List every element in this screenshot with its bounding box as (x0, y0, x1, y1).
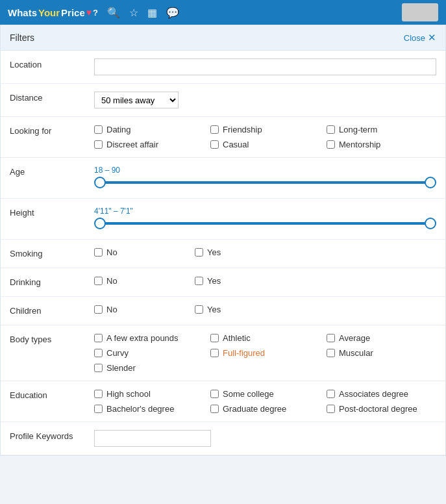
looking-for-longterm[interactable]: Long-term (327, 125, 436, 134)
looking-for-grid: Dating Friendship Long-term Discreet aff… (94, 125, 436, 149)
distance-row: Distance 10 miles away 25 miles away 50 … (1, 84, 445, 117)
bachelors-label: Bachelor's degree (106, 404, 174, 414)
edu-postdoctoral[interactable]: Post-doctoral degree (327, 404, 436, 414)
body-muscular[interactable]: Muscular (327, 348, 436, 358)
discreet-checkbox[interactable] (94, 140, 103, 149)
dating-label: Dating (106, 125, 131, 134)
age-slider-max[interactable] (425, 177, 436, 188)
location-label: Location (10, 58, 94, 69)
postdoctoral-label: Post-doctoral degree (339, 404, 417, 414)
bachelors-checkbox[interactable] (94, 405, 103, 413)
age-row: Age 18 – 90 (1, 158, 445, 199)
looking-for-dating[interactable]: Dating (94, 125, 204, 134)
search-icon[interactable]: 🔍 (107, 6, 120, 19)
edu-high-school[interactable]: High school (94, 389, 204, 399)
edu-associates[interactable]: Associates degree (327, 389, 436, 399)
looking-for-discreet[interactable]: Discreet affair (94, 140, 204, 149)
edu-some-college[interactable]: Some college (210, 389, 320, 399)
looking-for-label: Looking for (10, 125, 94, 136)
body-average[interactable]: Average (327, 333, 436, 343)
height-row: Height 4'11" – 7'1" (1, 199, 445, 240)
drinking-row: Drinking No Yes (1, 268, 445, 297)
mentorship-checkbox[interactable] (327, 140, 335, 149)
extra-pounds-label: A few extra pounds (106, 333, 179, 343)
some-college-label: Some college (223, 389, 274, 399)
edu-graduate[interactable]: Graduate degree (210, 404, 320, 414)
smoking-yes-checkbox[interactable] (195, 248, 203, 257)
children-yes[interactable]: Yes (195, 305, 289, 314)
full-figured-checkbox[interactable] (210, 349, 219, 357)
star-icon[interactable]: ☆ (129, 6, 138, 19)
user-avatar[interactable] (402, 3, 438, 21)
location-input[interactable] (94, 58, 436, 75)
high-school-checkbox[interactable] (94, 390, 103, 398)
dating-checkbox[interactable] (94, 125, 103, 134)
friendship-checkbox[interactable] (210, 125, 219, 134)
drinking-no-checkbox[interactable] (94, 277, 103, 285)
chat-icon[interactable]: 💬 (166, 6, 179, 19)
body-curvy[interactable]: Curvy (94, 348, 204, 358)
question-icon[interactable]: ? (93, 8, 98, 18)
calendar-icon[interactable]: ▦ (147, 6, 157, 19)
height-range-label: 4'11" – 7'1" (94, 207, 436, 216)
close-icon: ✕ (428, 32, 436, 44)
children-no-label: No (106, 305, 118, 314)
body-full-figured[interactable]: Full-figured (210, 348, 320, 358)
location-row: Location (1, 51, 445, 84)
profile-keywords-input[interactable] (94, 430, 211, 447)
height-slider-track[interactable] (98, 222, 432, 225)
body-athletic[interactable]: Athletic (210, 333, 320, 343)
filters-close-button[interactable]: Close ✕ (404, 32, 436, 44)
athletic-checkbox[interactable] (210, 334, 219, 342)
body-slender[interactable]: Slender (94, 363, 204, 373)
athletic-label: Athletic (223, 333, 251, 343)
some-college-checkbox[interactable] (210, 390, 219, 398)
muscular-checkbox[interactable] (327, 349, 335, 357)
children-label: Children (10, 305, 94, 316)
friendship-label: Friendship (223, 125, 262, 134)
average-label: Average (339, 333, 370, 343)
looking-for-friendship[interactable]: Friendship (210, 125, 320, 134)
looking-for-row: Looking for Dating Friendship Long-term … (1, 117, 445, 158)
discreet-label: Discreet affair (106, 140, 158, 149)
education-row: Education High school Some college Assoc… (1, 381, 445, 422)
distance-select[interactable]: 10 miles away 25 miles away 50 miles awa… (94, 92, 179, 108)
drinking-yes-checkbox[interactable] (195, 277, 203, 285)
children-content: No Yes (94, 305, 436, 314)
slender-checkbox[interactable] (94, 364, 103, 372)
site-logo[interactable]: WhatsYourPrice ♥ ? (8, 7, 98, 18)
drinking-yes[interactable]: Yes (195, 276, 289, 286)
smoking-yes[interactable]: Yes (195, 247, 289, 257)
children-yes-checkbox[interactable] (195, 305, 203, 314)
graduate-checkbox[interactable] (210, 405, 219, 413)
drinking-no[interactable]: No (94, 276, 188, 286)
logo-your: Your (38, 7, 60, 18)
looking-for-mentorship[interactable]: Mentorship (327, 140, 436, 149)
age-slider-min[interactable] (94, 177, 106, 188)
postdoctoral-checkbox[interactable] (327, 405, 335, 413)
associates-label: Associates degree (339, 389, 408, 399)
edu-bachelors[interactable]: Bachelor's degree (94, 404, 204, 414)
smoking-no-checkbox[interactable] (94, 248, 103, 257)
average-checkbox[interactable] (327, 334, 335, 342)
curvy-label: Curvy (106, 348, 129, 358)
smoking-label: Smoking (10, 247, 94, 258)
smoking-no[interactable]: No (94, 247, 188, 257)
age-slider-track[interactable] (98, 181, 432, 184)
height-slider-max[interactable] (425, 218, 436, 229)
associates-checkbox[interactable] (327, 390, 335, 398)
looking-for-casual[interactable]: Casual (210, 140, 320, 149)
children-no[interactable]: No (94, 305, 188, 314)
height-slider-min[interactable] (94, 218, 106, 229)
casual-checkbox[interactable] (210, 140, 219, 149)
filters-panel: Filters Close ✕ Location Distance 10 mil… (0, 25, 446, 456)
body-extra-pounds[interactable]: A few extra pounds (94, 333, 204, 343)
longterm-checkbox[interactable] (327, 125, 335, 134)
children-grid: No Yes (94, 305, 289, 314)
height-content: 4'11" – 7'1" (94, 207, 436, 231)
filters-title: Filters (10, 32, 34, 43)
high-school-label: High school (106, 389, 151, 399)
children-no-checkbox[interactable] (94, 305, 103, 314)
curvy-checkbox[interactable] (94, 349, 103, 357)
extra-pounds-checkbox[interactable] (94, 334, 103, 342)
